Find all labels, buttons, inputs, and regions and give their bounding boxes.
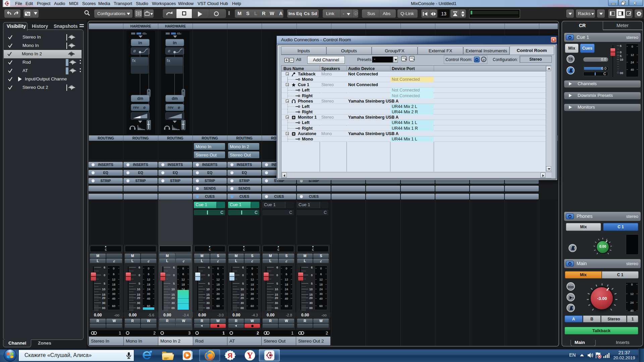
svg-text:Y: Y	[247, 351, 253, 360]
svg-text:Я: Я	[228, 352, 232, 359]
